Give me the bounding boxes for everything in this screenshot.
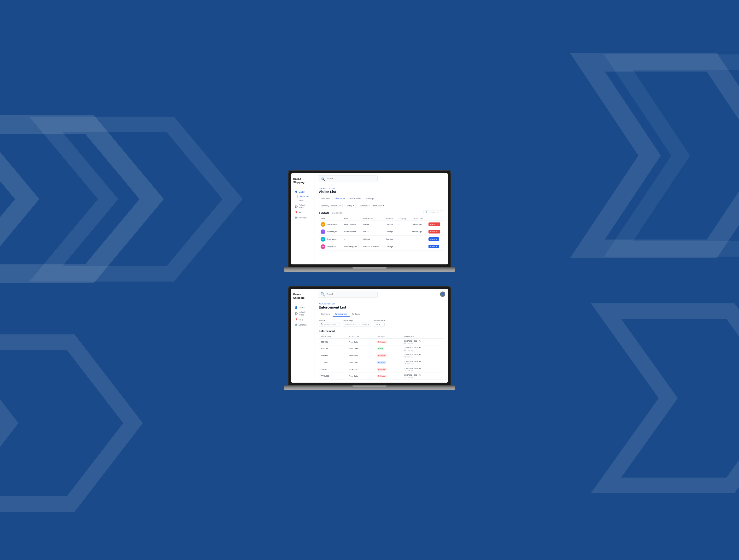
check-in-button-3[interactable]: Check in: [429, 245, 439, 248]
date-range-filter-2[interactable]: 01/06/2024 → 12/06/2024 ▾: [343, 322, 371, 327]
breadcrumb-1: WAYVISITOR | List: [319, 187, 444, 189]
enforcement-row-0: CBD981 Front Gate Unknown 31/07/2024 08:…: [319, 339, 444, 345]
tab-invite-visitor[interactable]: Invite Visitor: [347, 196, 364, 201]
sidebar-item-visitor-2[interactable]: 👤 Visitor: [293, 305, 312, 310]
sidebar-item-submit-ideas-2[interactable]: 💬 Submit Ideas: [293, 310, 312, 317]
avatar-2: C: [321, 237, 325, 242]
tab-settings-1[interactable]: Settings: [364, 196, 377, 201]
search-filter-label: Search: [319, 319, 340, 322]
ideas-icon: 💬: [295, 205, 298, 208]
search-icon-plate: 🔍: [321, 323, 323, 326]
visitor-row-0: D Diego Souza Garret Flower 9:00AM Carri…: [319, 220, 444, 228]
enforcement-row-3: TO1980 Front Gate Resident 31/07/2024 08…: [319, 359, 444, 366]
plate-search-input[interactable]: 🔍 Search plates...: [319, 322, 340, 327]
tab-enforcement[interactable]: Enforcement: [332, 312, 349, 317]
th-action: [427, 216, 444, 221]
table-header-row-1: Name Host Expected by Purpose Company Ch…: [319, 216, 444, 221]
page-content-1: WAYVISITOR | List Visitor List Overview …: [315, 184, 448, 264]
search-icon-1: 🔍: [320, 176, 325, 181]
tab-visitor-list[interactable]: Visitor List: [332, 196, 347, 201]
search-input-2[interactable]: [327, 293, 375, 295]
date-range-filter-1[interactable]: 30/06/2024 → 30/06/2024 ▾: [358, 204, 386, 208]
tab-overview-2[interactable]: Overview: [319, 312, 332, 317]
help-icon-2: ❓: [295, 318, 298, 321]
sidebar-item-settings[interactable]: ⚙️ Settings: [293, 215, 312, 220]
period-filter[interactable]: Today ▾: [344, 204, 356, 208]
brand-name-2: Bakas Shipping: [293, 293, 312, 300]
th-expected: Expected by: [361, 216, 384, 221]
th-user-type: User type: [375, 334, 403, 339]
breadcrumb-2: WAYVISITOR | List: [319, 303, 444, 305]
sidebar-item-visitor-list[interactable]: Visitor List: [298, 195, 312, 198]
visitor-name-cell-0: D Diego Souza: [319, 220, 342, 228]
laptops-container: Bakas Shipping 👤 Visitor Visitor List In…: [288, 170, 451, 390]
laptop-visitor-list: Bakas Shipping 👤 Visitor Visitor List In…: [288, 170, 451, 271]
badge-0: Unknown: [377, 341, 387, 343]
nav-sub-1: Visitor List Invite: [293, 195, 312, 203]
brand-name-1: Bakas Shipping: [293, 177, 312, 184]
visitor-icon-2: 👤: [295, 306, 298, 309]
help-icon: ❓: [295, 211, 298, 214]
access-point-label: Access point: [374, 319, 385, 322]
top-bar-2: 🔍 👤: [315, 289, 448, 300]
visitor-icon: 👤: [295, 191, 298, 193]
table-header-row-2: Vehicle plate Access point User type Acc…: [319, 334, 444, 339]
tab-settings-2[interactable]: Settings: [349, 312, 362, 317]
ideas-icon-2: 💬: [295, 312, 298, 315]
sidebar-item-help[interactable]: ❓ Help: [293, 210, 312, 215]
filter-group-access: Access point All ▾: [374, 319, 385, 327]
visitor-row-1: J John Mayer Garret Flower 9:00AM Carria…: [319, 228, 444, 235]
laptop-screen-2: Bakas Shipping 👤 Visitor 💬 Submit Ideas: [288, 286, 451, 385]
th-checkin-time: CheckIn Time: [410, 216, 427, 221]
screen-inner-1: Bakas Shipping 👤 Visitor Visitor List In…: [291, 173, 448, 264]
nav-section-2: 👤 Visitor 💬 Submit Ideas ❓ Help ⚙️: [293, 305, 312, 327]
laptop-base-2: [284, 385, 455, 390]
settings-icon: ⚙️: [295, 216, 298, 219]
sidebar-item-invite[interactable]: Invite: [298, 199, 312, 203]
brand-2: Bakas Shipping: [293, 293, 312, 302]
search-bar-2[interactable]: 🔍: [318, 291, 378, 298]
tab-overview-1[interactable]: Overview: [319, 196, 332, 201]
sidebar-item-settings-2[interactable]: ⚙️ Settings: [293, 323, 312, 327]
visitor-row-3: M Mary Moon Serina Fogarty 07/09/2024 9:…: [319, 243, 444, 250]
access-point-select[interactable]: All ▾: [374, 322, 385, 327]
visitor-count: 4 Visitors: [319, 211, 329, 214]
enforcement-row-1: ABC123 Front Gate Guest 31/07/2024 08:24…: [319, 345, 444, 352]
avatar-3: M: [321, 244, 325, 249]
chevron-icon-date: ▾: [383, 205, 384, 207]
chevron-icon-access: ▾: [379, 323, 380, 326]
enforcement-row-2: 58XAO5 Back Gate Unknown 31/07/2024 08:2…: [319, 352, 444, 359]
visitor-expected: 2 Expected: [330, 212, 342, 214]
th-purpose: Purpose: [384, 216, 397, 221]
sidebar-item-visitor[interactable]: 👤 Visitor: [293, 190, 312, 194]
avatar-1: J: [321, 229, 325, 234]
location-filter[interactable]: Company Location A ▾: [319, 204, 343, 208]
search-icon-2: 🔍: [320, 292, 325, 297]
user-avatar[interactable]: 👤: [440, 292, 445, 297]
visitor-name-cell-3: M Mary Moon: [319, 243, 342, 250]
main-content-1: 🔍 WAYVISITOR | List Visitor List Overvie…: [315, 173, 448, 264]
chevron-icon-location: ▾: [339, 205, 340, 207]
visitor-name-cell-2: C Clyde Wharf: [319, 235, 342, 243]
sidebar-item-submit-ideas[interactable]: 💬 Submit Ideas: [293, 203, 312, 210]
visitor-row-2: C Clyde Wharf - 11:00AM Carriage - - Che…: [319, 235, 444, 243]
brand-1: Bakas Shipping: [293, 177, 312, 186]
badge-5: Unknown: [377, 375, 387, 377]
th-name-1: Name: [319, 216, 342, 221]
check-in-button-2[interactable]: Check in: [429, 237, 439, 241]
th-host: Host: [342, 216, 360, 221]
check-out-button-1[interactable]: Check out: [429, 230, 440, 233]
badge-4: Unknown: [377, 368, 387, 371]
search-visitors-bar[interactable]: 🔍 Search Visitor...: [423, 210, 444, 214]
enforcement-row-4: F0K149 Back Gate Unknown 31/07/2024 08:2…: [319, 366, 444, 373]
search-input-1[interactable]: [327, 177, 375, 180]
enforcement-section-header: Enforcement: [319, 330, 444, 333]
filters-row-1: Company Location A ▾ Today ▾ 30/06/2024 …: [319, 204, 444, 208]
enforcement-row-5: WY6105S Front Gate Unknown 31/07/2024 08…: [319, 373, 444, 380]
sidebar-item-help-2[interactable]: ❓ Help: [293, 317, 312, 322]
laptop-screen-1: Bakas Shipping 👤 Visitor Visitor List In…: [288, 170, 451, 267]
laptop-base-1: [284, 267, 455, 271]
filter-group-search: Search 🔍 Search plates...: [319, 319, 340, 327]
search-bar-1[interactable]: 🔍: [318, 175, 378, 182]
check-out-button-0[interactable]: Check out: [429, 222, 440, 226]
